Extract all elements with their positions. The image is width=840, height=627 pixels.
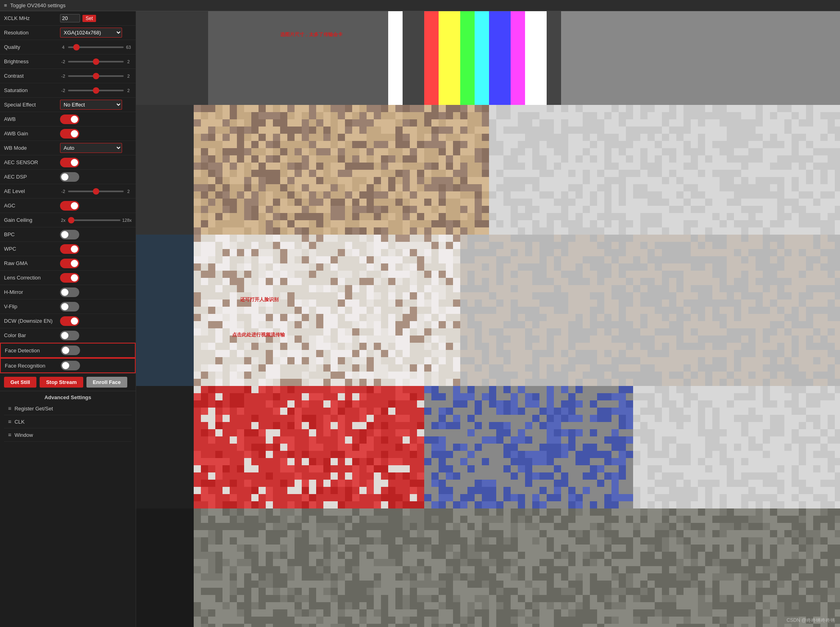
setting-row-face-recognition: Face Recognition (0, 358, 136, 373)
toggle-face-detection[interactable] (61, 346, 80, 355)
setting-row-ae-level: AE Level-22 (0, 184, 136, 199)
slider-brightness[interactable] (68, 61, 124, 62)
accordion-label-window: Window (14, 432, 33, 438)
toggle-wpc[interactable] (60, 244, 79, 254)
control-quality: 463 (60, 45, 132, 50)
accordion-register[interactable]: ≡Register Get/Set (4, 402, 132, 415)
accordion-icon-window: ≡ (8, 432, 11, 438)
slider-contrast[interactable] (68, 75, 124, 77)
accordion-label-register: Register Get/Set (14, 406, 53, 412)
accordion-window[interactable]: ≡Window (4, 428, 132, 442)
control-agc (60, 201, 132, 211)
bottom-buttons: Get Still Stop Stream Enroll Face (0, 373, 136, 391)
slider-saturation[interactable] (68, 90, 124, 91)
toggle-v-flip[interactable] (60, 302, 79, 311)
toggle-awb-gain[interactable] (60, 129, 79, 139)
toggle-aec-dsp[interactable] (60, 172, 79, 182)
main-layout: XCLK MHzSetResolutionUXGA(1600x1200)SXGA… (0, 11, 840, 627)
slider-max-contrast: 2 (125, 74, 132, 78)
slider-max-brightness: 2 (125, 59, 132, 64)
control-aec-dsp (60, 172, 132, 182)
control-dcw (60, 316, 132, 326)
toggle-dcw[interactable] (60, 316, 79, 326)
control-special-effect: No EffectNegativeGrayscaleRed TintGreen … (60, 100, 132, 110)
toggle-bpc[interactable] (60, 230, 79, 239)
control-brightness: -22 (60, 59, 132, 64)
btn-xclk[interactable]: Set (82, 15, 96, 22)
label-face-recognition: Face Recognition (5, 363, 61, 369)
setting-row-awb: AWB (0, 112, 136, 127)
toggle-agc[interactable] (60, 201, 79, 211)
slider-min-ae-level: -2 (60, 189, 66, 194)
input-xclk[interactable] (60, 14, 80, 22)
sidebar: XCLK MHzSetResolutionUXGA(1600x1200)SXGA… (0, 11, 136, 627)
control-face-recognition (61, 361, 131, 370)
label-quality: Quality (4, 44, 60, 50)
slider-min-contrast: -2 (60, 74, 66, 78)
control-bpc (60, 230, 132, 239)
label-aec-sensor: AEC SENSOR (4, 159, 60, 165)
slider-quality[interactable] (68, 46, 124, 48)
toggle-face-recognition[interactable] (61, 361, 80, 370)
setting-row-h-mirror: H-Mirror (0, 285, 136, 299)
toggle-awb[interactable] (60, 115, 79, 124)
control-v-flip (60, 302, 132, 311)
label-saturation: Saturation (4, 87, 60, 93)
label-aec-dsp: AEC DSP (4, 174, 60, 180)
label-wb-mode: WB Mode (4, 145, 60, 151)
toggle-aec-sensor[interactable] (60, 158, 79, 167)
control-gain-ceiling: 2x128x (60, 218, 132, 223)
slider-max-quality: 63 (125, 45, 132, 50)
slider-ae-level[interactable] (68, 191, 124, 192)
setting-row-wpc: WPC (0, 242, 136, 256)
label-contrast: Contrast (4, 73, 60, 79)
slider-max-gain-ceiling: 128x (122, 218, 132, 223)
slider-container-gain-ceiling: 2x128x (60, 218, 132, 223)
slider-min-saturation: -2 (60, 88, 66, 93)
label-dcw: DCW (Downsize EN) (4, 318, 60, 324)
select-wb-mode[interactable]: AutoSunnyCloudyOfficeHome (60, 143, 122, 153)
setting-row-lens-correction: Lens Correction (0, 271, 136, 285)
window-title: Toggle OV2640 settings (10, 2, 66, 8)
label-special-effect: Special Effect (4, 102, 60, 108)
setting-row-resolution: ResolutionUXGA(1600x1200)SXGA(1280x1024)… (0, 26, 136, 40)
settings-list: XCLK MHzSetResolutionUXGA(1600x1200)SXGA… (0, 11, 136, 373)
select-special-effect[interactable]: No EffectNegativeGrayscaleRed TintGreen … (60, 100, 122, 110)
label-h-mirror: H-Mirror (4, 289, 60, 295)
stop-stream-button[interactable]: Stop Stream (40, 377, 83, 388)
toggle-h-mirror[interactable] (60, 287, 79, 297)
setting-row-gain-ceiling: Gain Ceiling2x128x (0, 213, 136, 227)
slider-min-quality: 4 (60, 45, 66, 50)
toggle-lens-correction[interactable] (60, 273, 79, 283)
control-awb-gain (60, 129, 132, 139)
toggle-raw-gma[interactable] (60, 259, 79, 268)
control-raw-gma (60, 259, 132, 268)
select-resolution[interactable]: UXGA(1600x1200)SXGA(1280x1024)XGA(1024x7… (60, 28, 122, 38)
setting-row-dcw: DCW (Downsize EN) (0, 314, 136, 328)
control-face-detection (61, 346, 131, 355)
setting-row-awb-gain: AWB Gain (0, 127, 136, 141)
slider-container-ae-level: -22 (60, 189, 132, 194)
slider-container-saturation: -22 (60, 88, 132, 93)
setting-row-saturation: Saturation-22 (0, 83, 136, 98)
slider-container-brightness: -22 (60, 59, 132, 64)
label-v-flip: V-Flip (4, 303, 60, 309)
label-awb: AWB (4, 116, 60, 122)
label-ae-level: AE Level (4, 188, 60, 194)
accordion-icon-register: ≡ (8, 405, 11, 412)
enroll-face-button[interactable]: Enroll Face (86, 377, 127, 388)
slider-gain-ceiling[interactable] (68, 219, 120, 221)
setting-row-xclk: XCLK MHzSet (0, 11, 136, 26)
label-bpc: BPC (4, 231, 60, 237)
control-saturation: -22 (60, 88, 132, 93)
menu-icon[interactable]: ≡ (4, 2, 7, 8)
label-agc: AGC (4, 203, 60, 209)
slider-container-contrast: -22 (60, 74, 132, 78)
get-still-button[interactable]: Get Still (4, 377, 36, 388)
camera-canvas (136, 11, 840, 627)
control-awb (60, 115, 132, 124)
advanced-title: Advanced Settings (4, 394, 132, 400)
toggle-color-bar[interactable] (60, 331, 79, 340)
camera-view: 选图片尺寸，太多了传输会卡还可打开人脸识别点击此处进行视频流传输 CSDN @咚… (136, 11, 840, 627)
accordion-clk[interactable]: ≡CLK (4, 415, 132, 428)
